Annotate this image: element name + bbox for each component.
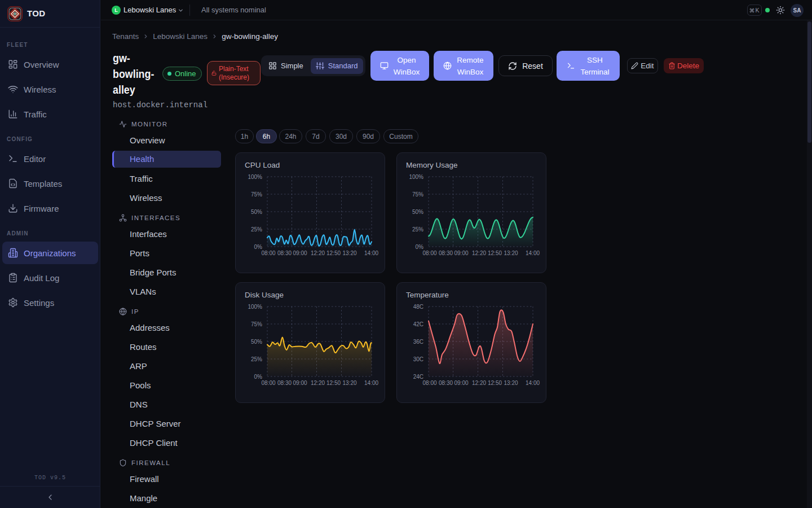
svg-text:0%: 0% [254,374,263,380]
svg-text:08:00: 08:00 [422,380,436,386]
svg-text:08:30: 08:30 [439,250,453,256]
svg-text:12:50: 12:50 [488,250,502,256]
svg-text:14:00: 14:00 [526,250,540,256]
svg-text:50%: 50% [412,209,423,215]
svg-text:08:00: 08:00 [261,380,275,386]
svg-text:12:50: 12:50 [326,250,341,256]
svg-text:12:50: 12:50 [326,380,341,386]
svg-text:13:20: 13:20 [342,250,356,256]
svg-text:08:00: 08:00 [261,250,275,256]
svg-text:75%: 75% [251,321,262,327]
svg-text:25%: 25% [251,356,262,362]
svg-text:50%: 50% [251,339,262,345]
svg-text:14:00: 14:00 [526,380,540,386]
svg-text:12:20: 12:20 [472,250,486,256]
svg-text:09:00: 09:00 [454,250,468,256]
svg-text:100%: 100% [248,174,262,180]
svg-text:13:20: 13:20 [504,380,518,386]
svg-text:0%: 0% [254,244,263,250]
svg-text:30C: 30C [413,356,423,362]
svg-text:08:00: 08:00 [422,250,436,256]
svg-text:09:00: 09:00 [293,380,307,386]
svg-text:12:20: 12:20 [472,380,486,386]
svg-text:08:30: 08:30 [277,380,292,386]
svg-text:36C: 36C [413,339,423,345]
svg-text:0%: 0% [416,244,424,250]
svg-text:50%: 50% [251,209,262,215]
svg-text:13:20: 13:20 [504,250,518,256]
svg-text:75%: 75% [251,191,262,198]
svg-text:13:20: 13:20 [342,380,356,386]
svg-text:14:00: 14:00 [364,250,378,256]
svg-text:12:50: 12:50 [488,380,502,386]
svg-text:14:00: 14:00 [364,380,378,386]
svg-text:12:20: 12:20 [311,250,325,256]
svg-text:75%: 75% [412,191,423,198]
svg-text:25%: 25% [412,226,423,233]
svg-text:25%: 25% [251,226,262,233]
svg-text:08:30: 08:30 [277,250,292,256]
svg-text:100%: 100% [409,174,423,180]
svg-text:24C: 24C [413,374,423,380]
svg-text:48C: 48C [413,304,423,310]
svg-text:12:20: 12:20 [311,380,325,386]
svg-text:09:00: 09:00 [454,380,468,386]
svg-text:42C: 42C [413,321,423,327]
svg-text:100%: 100% [248,304,262,310]
svg-text:09:00: 09:00 [293,250,307,256]
svg-text:08:30: 08:30 [439,380,453,386]
